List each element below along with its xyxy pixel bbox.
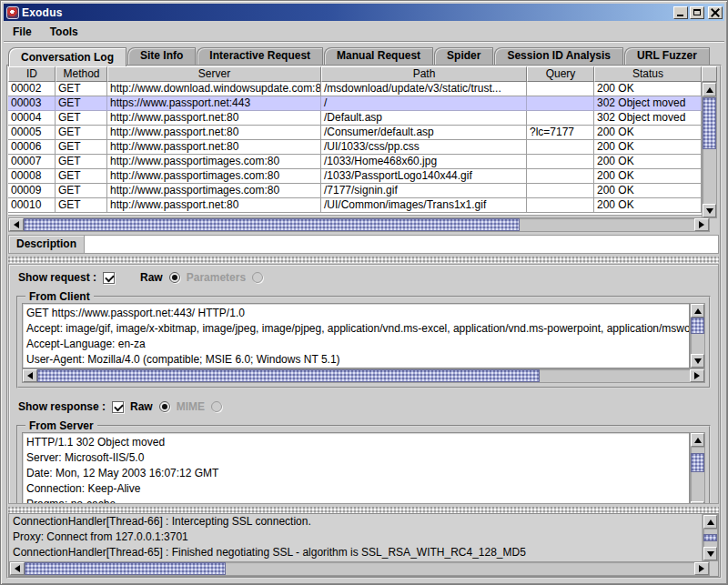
title-bar[interactable]: Exodus [4, 4, 724, 21]
request-parameters-radio[interactable] [252, 272, 263, 283]
scrollbar-track[interactable] [25, 562, 694, 575]
column-header-status[interactable]: Status [594, 66, 702, 82]
column-header-server[interactable]: Server [107, 66, 321, 82]
from-server-group: From Server HTTP/1.1 302 Object moved Se… [16, 425, 711, 504]
table-row[interactable]: 00004 GET http://www.passport.net:80 /De… [8, 111, 702, 126]
column-header-corner [702, 66, 717, 82]
tab-session-id-analysis[interactable]: Session ID Analysis [494, 47, 623, 65]
table-row[interactable]: 00005 GET http://www.passport.net:80 /Co… [8, 126, 702, 140]
cell-method: GET [56, 155, 107, 169]
scrollbar-thumb[interactable] [691, 318, 704, 334]
table-row[interactable]: 00006 GET http://www.passport.net:80 /UI… [8, 140, 702, 155]
tab-manual-request[interactable]: Manual Request [324, 47, 433, 65]
maximize-icon [693, 9, 701, 15]
scroll-up-button[interactable] [691, 304, 704, 318]
scroll-up-button[interactable] [691, 433, 704, 447]
scrollbar-track[interactable] [24, 218, 694, 231]
request-vertical-scrollbar[interactable] [690, 303, 705, 368]
tab-site-info[interactable]: Site Info [127, 47, 196, 65]
table-row[interactable]: 00007 GET http://www.passportimages.com:… [8, 155, 702, 169]
scrollbar-thumb[interactable] [703, 97, 716, 149]
arrow-left-icon [27, 372, 33, 379]
minimize-icon [677, 15, 683, 16]
scroll-right-button[interactable] [694, 218, 709, 231]
tab-url-fuzzer[interactable]: URL Fuzzer [624, 47, 710, 65]
column-header-id[interactable]: ID [8, 66, 56, 82]
description-input[interactable] [85, 236, 718, 253]
scroll-right-button[interactable] [694, 562, 709, 575]
column-header-method[interactable]: Method [56, 66, 107, 82]
log-textarea[interactable]: ConnectionHandler[Thread-66] : Intercept… [9, 514, 703, 561]
table-row-selected[interactable]: 00003 GET https://www.passport.net:443 /… [8, 96, 702, 111]
cell-id: 00002 [8, 82, 56, 96]
scroll-right-button[interactable] [690, 369, 704, 382]
arrow-down-icon [694, 358, 702, 364]
scrollbar-track[interactable] [703, 96, 716, 204]
scrollbar-thumb[interactable] [691, 453, 704, 471]
table-horizontal-scrollbar[interactable] [8, 217, 710, 232]
menu-tools[interactable]: Tools [41, 23, 87, 41]
request-textarea[interactable]: GET https://www.passport.net:443/ HTTP/1… [22, 303, 690, 368]
log-horizontal-scrollbar[interactable] [9, 561, 710, 576]
cell-path: /1033/Home468x60.jpg [321, 155, 527, 169]
scrollbar-thumb[interactable] [37, 369, 540, 382]
cell-server: https://www.passport.net:443 [107, 96, 321, 111]
tab-conversation-log[interactable]: Conversation Log [8, 47, 126, 66]
response-raw-radio[interactable] [159, 401, 170, 412]
maximize-button[interactable] [690, 6, 704, 19]
response-mime-radio[interactable] [211, 401, 222, 412]
scroll-down-button[interactable] [703, 547, 717, 560]
minimize-button[interactable] [673, 6, 688, 19]
scroll-down-button[interactable] [691, 501, 704, 504]
cell-id: 00007 [8, 155, 56, 169]
scrollbar-track[interactable] [703, 529, 717, 547]
tab-strip: Conversation Log Site Info Interactive R… [8, 45, 711, 65]
cell-server: http://www.passportimages.com:80 [107, 184, 321, 198]
log-line: ConnectionHandler[Thread-65] : Finished … [13, 545, 702, 560]
splitter-top[interactable] [8, 257, 719, 263]
request-raw-radio[interactable] [169, 272, 180, 283]
table-row[interactable]: 00009 GET http://www.passportimages.com:… [8, 184, 702, 198]
log-panel: ConnectionHandler[Thread-66] : Intercept… [8, 513, 719, 577]
column-header-path[interactable]: Path [321, 66, 527, 82]
show-response-checkbox[interactable] [112, 401, 124, 413]
request-horizontal-scrollbar[interactable] [22, 368, 705, 383]
table-row[interactable]: 00008 GET http://www.passportimages.com:… [8, 169, 702, 184]
scrollbar-track[interactable] [691, 318, 704, 354]
scroll-down-button[interactable] [691, 354, 704, 368]
show-request-checkbox[interactable] [103, 272, 115, 284]
scroll-left-button[interactable] [9, 218, 24, 231]
scroll-left-button[interactable] [10, 562, 25, 575]
table-row[interactable]: 00010 GET http://www.passport.net:80 /UI… [8, 198, 702, 213]
from-client-group: From Client GET https://www.passport.net… [16, 296, 711, 388]
scrollbar-thumb[interactable] [703, 534, 717, 542]
response-textarea[interactable]: HTTP/1.1 302 Object moved Server: Micros… [22, 432, 690, 504]
cell-method: GET [56, 140, 107, 155]
arrow-up-icon [694, 308, 702, 314]
table-row[interactable]: 00002 GET http://www.download.windowsupd… [8, 82, 702, 96]
scroll-up-button[interactable] [703, 83, 716, 96]
cell-query [527, 111, 594, 126]
scrollbar-track[interactable] [691, 447, 704, 501]
menu-file[interactable]: File [4, 23, 41, 41]
arrow-left-icon [14, 221, 19, 228]
scrollbar-thumb[interactable] [24, 218, 520, 231]
scroll-left-button[interactable] [23, 369, 37, 382]
cell-id: 00005 [8, 126, 56, 140]
tab-spider[interactable]: Spider [434, 47, 493, 65]
scrollbar-track[interactable] [37, 369, 690, 382]
cell-path: /UI/1033/css/pp.css [321, 140, 527, 155]
table-vertical-scrollbar[interactable] [702, 82, 717, 218]
arrow-up-icon [706, 87, 713, 93]
scroll-up-button[interactable] [703, 515, 717, 529]
scrollbar-thumb[interactable] [25, 562, 226, 575]
response-vertical-scrollbar[interactable] [690, 432, 705, 504]
cell-method: GET [56, 111, 107, 126]
splitter-bottom[interactable] [8, 507, 719, 513]
column-header-query[interactable]: Query [527, 66, 594, 82]
log-vertical-scrollbar[interactable] [703, 514, 718, 561]
scroll-down-button[interactable] [703, 204, 716, 217]
close-button[interactable] [708, 6, 723, 19]
tab-interactive-request[interactable]: Interactive Request [197, 47, 323, 65]
cell-method: GET [56, 184, 107, 198]
